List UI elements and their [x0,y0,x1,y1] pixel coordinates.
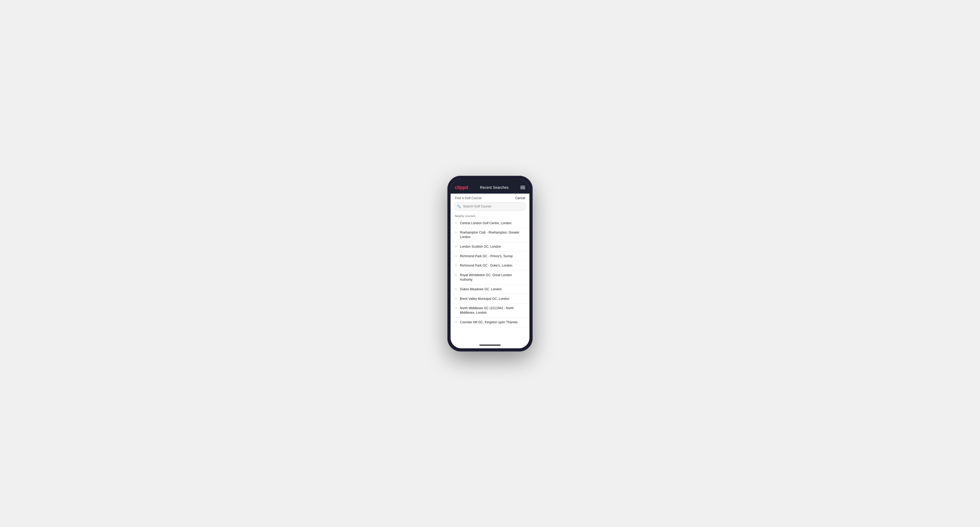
course-name: Central London Golf Centre, London [460,221,511,225]
course-name: Richmond Park GC - Prince's, Surrey [460,254,513,259]
list-item[interactable]: ◎London Scottish GC, London [450,242,530,252]
location-pin-icon: ◎ [455,273,457,276]
course-name: Richmond Park GC - Duke's, London [460,264,512,268]
list-item[interactable]: ◎Coombe Hill GC, Kingston upon Thames [450,318,530,327]
list-item[interactable]: ◎Royal Wimbledon GC, Great London Author… [450,271,530,285]
location-pin-icon: ◎ [455,306,457,309]
list-item[interactable]: ◎Central London Golf Centre, London [450,219,530,228]
find-header: Find a Golf Course Cancel [450,194,530,202]
phone-frame: clippd Recent Searches Find a Golf Cours… [447,176,533,351]
course-name: North Middlesex GC (1011942 - North Midd… [460,306,525,315]
course-name: Coombe Hill GC, Kingston upon Thames [460,320,518,325]
app-logo: clippd [455,185,468,190]
status-bar [450,179,530,182]
course-name: Brent Valley Municipal GC, London [460,297,509,301]
location-pin-icon: ◎ [455,321,457,323]
list-item[interactable]: ◎Brent Valley Municipal GC, London [450,294,530,304]
location-pin-icon: ◎ [455,297,457,300]
location-pin-icon: ◎ [455,287,457,290]
course-name: Roehampton Club - Roehampton, Greater Lo… [460,230,525,240]
list-item[interactable]: ◎Richmond Park GC - Prince's, Surrey [450,252,530,261]
location-pin-icon: ◎ [455,221,457,224]
find-label: Find a Golf Course [455,196,482,200]
course-name: Royal Wimbledon GC, Great London Authori… [460,273,525,282]
list-item[interactable]: ◎North Middlesex GC (1011942 - North Mid… [450,303,530,318]
menu-icon[interactable] [520,186,525,189]
nav-title: Recent Searches [480,185,508,190]
course-list: ◎Central London Golf Centre, London◎Roeh… [450,219,530,343]
phone-screen: clippd Recent Searches Find a Golf Cours… [450,179,530,348]
location-pin-icon: ◎ [455,264,457,267]
course-name: London Scottish GC, London [460,244,501,249]
search-box: 🔍 [454,202,526,211]
content-area: Find a Golf Course Cancel 🔍 Nearby cours… [450,194,530,348]
list-item[interactable]: ◎Dukes Meadows GC, London [450,285,530,294]
cancel-button[interactable]: Cancel [515,196,525,200]
location-pin-icon: ◎ [455,245,457,248]
home-indicator [450,343,530,348]
search-icon: 🔍 [457,205,461,208]
nav-bar: clippd Recent Searches [450,182,530,194]
home-bar [479,344,501,346]
location-pin-icon: ◎ [455,231,457,233]
list-item[interactable]: ◎Roehampton Club - Roehampton, Greater L… [450,228,530,242]
search-input[interactable] [454,202,526,211]
location-pin-icon: ◎ [455,254,457,257]
course-name: Dukes Meadows GC, London [460,287,502,292]
nearby-section-label: Nearby courses [450,213,530,219]
list-item[interactable]: ◎Richmond Park GC - Duke's, London [450,261,530,271]
